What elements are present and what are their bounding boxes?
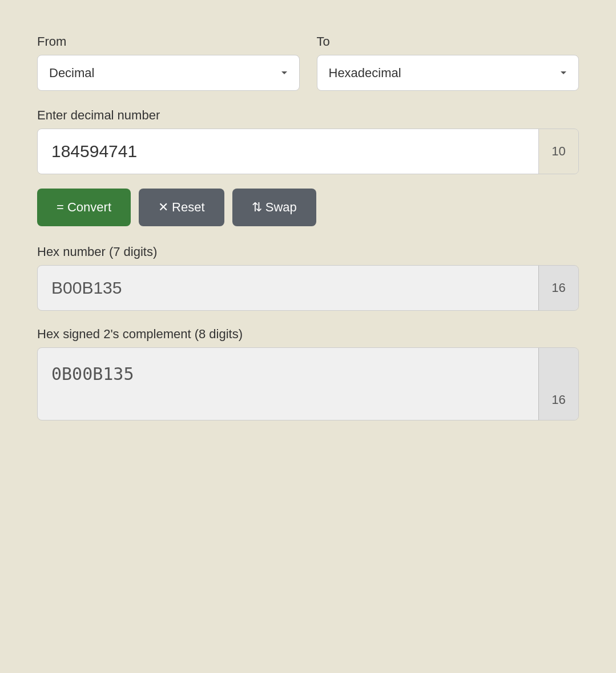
buttons-row: = Convert ✕ Reset ⇅ Swap [37, 189, 579, 226]
to-group: To Binary Octal Decimal Hexadecimal [317, 34, 579, 91]
output1-section: Hex number (7 digits) 16 [37, 245, 579, 311]
to-select[interactable]: Binary Octal Decimal Hexadecimal [317, 55, 579, 91]
input-base-indicator: 10 [538, 129, 578, 174]
hex-output[interactable] [38, 266, 538, 310]
reset-button[interactable]: ✕ Reset [139, 189, 224, 226]
main-container: From Binary Octal Decimal Hexadecimal To… [11, 11, 605, 673]
output2-row: 16 [37, 347, 579, 420]
output2-base-indicator: 16 [538, 348, 578, 420]
from-select[interactable]: Binary Octal Decimal Hexadecimal [37, 55, 300, 91]
from-label: From [37, 34, 300, 49]
to-label: To [317, 34, 579, 49]
dropdowns-row: From Binary Octal Decimal Hexadecimal To… [37, 34, 579, 91]
output1-label: Hex number (7 digits) [37, 245, 579, 259]
from-group: From Binary Octal Decimal Hexadecimal [37, 34, 300, 91]
swap-button[interactable]: ⇅ Swap [232, 189, 316, 226]
output1-row: 16 [37, 265, 579, 311]
output2-section: Hex signed 2's complement (8 digits) 16 [37, 327, 579, 420]
convert-button[interactable]: = Convert [37, 189, 131, 226]
input-row: 10 [37, 129, 579, 174]
input-label: Enter decimal number [37, 108, 579, 123]
output1-base-indicator: 16 [538, 266, 578, 310]
input-section: Enter decimal number 10 [37, 108, 579, 174]
hex-complement-output[interactable] [38, 348, 538, 420]
output2-label: Hex signed 2's complement (8 digits) [37, 327, 579, 342]
number-input[interactable] [38, 129, 538, 174]
